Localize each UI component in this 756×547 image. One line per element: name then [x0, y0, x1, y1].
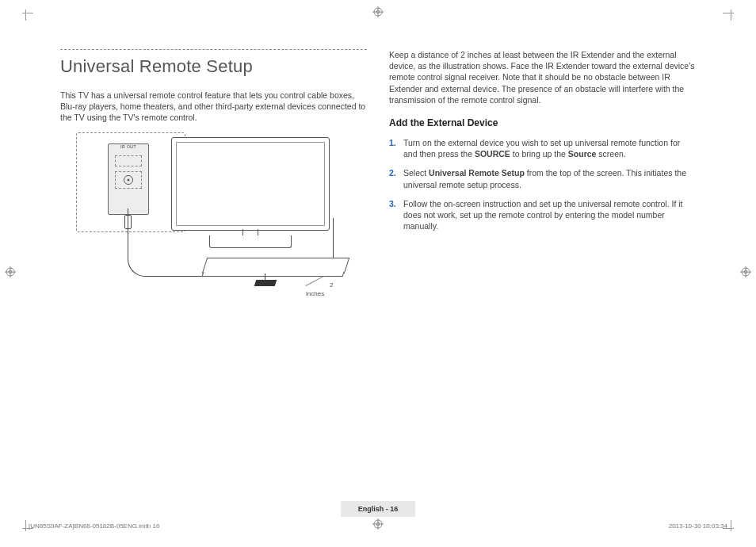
- diagram-ir-out-port: [115, 171, 142, 189]
- universal-remote-setup-label: Universal Remote Setup: [429, 168, 525, 178]
- crop-mark-top-right: [723, 5, 739, 21]
- page-number-badge: English - 16: [341, 501, 416, 517]
- registration-mark-icon: [740, 266, 751, 277]
- slug-timestamp: 2013-10-30 10:03:34: [669, 522, 727, 531]
- page-content: Universal Remote Setup This TV has a uni…: [60, 49, 696, 299]
- diagram-distance-callout: 2 inches: [306, 281, 346, 299]
- setup-diagram: IR OUT 2 inches: [60, 132, 346, 299]
- right-column: Keep a distance of 2 inches at least bet…: [389, 49, 696, 299]
- title-rule: [60, 49, 367, 50]
- slug-filename: [UN85S9AF-ZA]BN68-05182B-05ENG.indb 16: [29, 522, 159, 531]
- step-1: Turn on the external device you wish to …: [389, 137, 696, 159]
- left-column: Universal Remote Setup This TV has a uni…: [60, 49, 367, 299]
- source-screen-label: Source: [568, 149, 597, 159]
- diagram-port: [115, 155, 142, 166]
- page-footer: English - 16: [0, 501, 756, 517]
- diagram-ir-extender: [254, 280, 277, 286]
- ir-out-label: IR OUT: [109, 143, 148, 150]
- step-2: Select Universal Remote Setup from the t…: [389, 167, 696, 189]
- steps-list: Turn on the external device you wish to …: [389, 137, 696, 231]
- ir-distance-paragraph: Keep a distance of 2 inches at least bet…: [389, 49, 696, 105]
- registration-mark-icon: [372, 6, 384, 17]
- diagram-cable: [128, 208, 128, 245]
- page-title: Universal Remote Setup: [60, 55, 367, 78]
- diagram-tv-back-panel: IR OUT: [108, 143, 149, 215]
- step-3: Follow the on-screen instruction and set…: [389, 198, 696, 232]
- diagram-tv: [171, 137, 330, 248]
- section-heading: Add the External Device: [389, 117, 696, 129]
- diagram-external-device: [202, 258, 349, 274]
- source-button-label: SOURCE: [475, 149, 510, 159]
- print-slug-line: [UN85S9AF-ZA]BN68-05182B-05ENG.indb 16 2…: [29, 522, 727, 531]
- intro-paragraph: This TV has a universal remote control f…: [60, 90, 367, 124]
- crop-mark-top-left: [17, 5, 33, 21]
- registration-mark-icon: [5, 266, 16, 277]
